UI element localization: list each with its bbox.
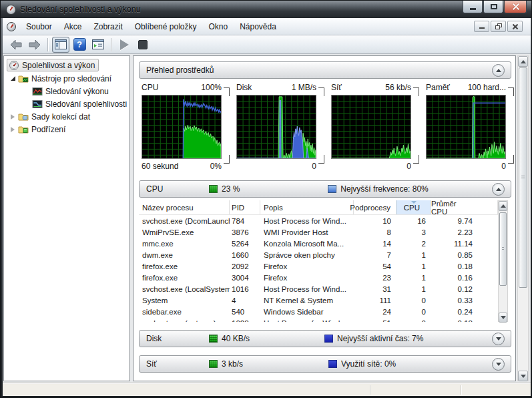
mdi-minimize-button[interactable] — [474, 21, 489, 32]
back-button[interactable] — [7, 37, 25, 53]
chevron-down-icon — [496, 337, 501, 341]
graph-min-label: 0 — [501, 162, 506, 171]
panel-scrollbar-thumb[interactable] — [519, 67, 527, 288]
scale-bracket — [224, 87, 230, 96]
help-button[interactable] — [71, 37, 88, 53]
tree-item-data-collector-sets[interactable]: Sady kolekcí dat — [11, 110, 90, 123]
table-row[interactable]: sidebar.exe540Windows Sidebar2400.24 — [139, 306, 498, 317]
table-scroll-down-button[interactable] — [499, 313, 507, 323]
mdi-child-icon[interactable] — [7, 22, 16, 31]
scroll-up-icon — [521, 60, 526, 63]
tree-item-reports[interactable]: Podřízení — [11, 123, 65, 136]
menu-view[interactable]: Zobrazit — [87, 20, 128, 33]
table-cell: svchost.exe (DcomLaunch) — [139, 217, 230, 225]
table-cell: 3876 — [230, 228, 260, 236]
table-cell: 1028 — [230, 319, 260, 323]
stop-button[interactable] — [134, 37, 152, 53]
blue-graph-swatch-icon — [324, 335, 333, 343]
scale-bracket — [318, 155, 324, 164]
column-header-pid[interactable]: PID — [230, 200, 260, 214]
show-action-pane-button[interactable] — [89, 37, 107, 53]
tree-item-performance-monitor[interactable]: Sledování výkonu — [32, 85, 109, 97]
network-section-title: Síť — [146, 359, 200, 369]
table-cell: 1016 — [230, 285, 260, 293]
tree-item-reliability-monitor[interactable]: Sledování spolehlivosti — [32, 97, 127, 110]
table-row[interactable]: mmc.exe5264Konzola Microsoft Ma...14211.… — [139, 238, 498, 249]
table-cell: 8 — [354, 228, 396, 236]
table-cell: 784 — [230, 217, 260, 225]
table-row[interactable]: dwm.exe1660Správce oken plochy710.85 — [139, 249, 498, 260]
panel-scroll-up-button[interactable] — [518, 56, 528, 67]
column-header-process-name[interactable]: Název procesu — [139, 200, 230, 214]
table-row[interactable]: WmiPrvSE.exe3876WMI Provider Host832.23 — [139, 226, 498, 238]
close-button[interactable] — [504, 1, 527, 13]
collapsed-arrow-icon[interactable] — [11, 127, 15, 132]
menu-favorites[interactable]: Oblíbené položky — [129, 20, 203, 33]
table-row[interactable]: System4NT Kernel & System11100.33 — [139, 294, 498, 306]
table-scrollbar-thumb[interactable] — [499, 212, 507, 286]
column-header-average-cpu[interactable]: Průměr CPU — [431, 200, 498, 214]
tree-item-monitoring-tools[interactable]: Nástroje pro sledování — [11, 72, 111, 85]
table-cell: 2 — [396, 240, 431, 248]
menu-action[interactable]: Akce — [58, 20, 88, 33]
table-scrollbar[interactable] — [498, 200, 508, 322]
menu-file[interactable]: Soubor — [20, 20, 58, 33]
show-console-tree-button[interactable] — [52, 37, 69, 53]
mdi-close-button[interactable] — [507, 21, 523, 32]
collapse-resource-overview-button[interactable] — [492, 64, 505, 77]
disk-section-header[interactable]: Disk 40 KB/s Nejvyšší aktivní čas: 7% — [139, 330, 511, 347]
mdi-restore-button[interactable] — [491, 21, 506, 32]
forward-button[interactable] — [26, 37, 43, 53]
play-button[interactable] — [115, 37, 133, 53]
table-cell: 540 — [230, 308, 260, 316]
expanded-arrow-icon[interactable] — [11, 76, 15, 81]
menu-window[interactable]: Okno — [202, 20, 234, 33]
scroll-down-icon — [521, 375, 526, 378]
green-graph-swatch-icon — [209, 185, 218, 193]
table-row[interactable]: firefox.exe3004Firefox2310.16 — [139, 272, 498, 283]
table-cell: 4 — [230, 296, 260, 305]
panel-scroll-down-button[interactable] — [518, 371, 528, 381]
details-panel-scrollbar[interactable] — [517, 55, 529, 381]
toolbar-separator — [47, 38, 48, 51]
table-cell: Host Process for Wind... — [260, 285, 354, 293]
table-cell: 0 — [396, 296, 431, 305]
table-row[interactable]: svchost.exe (LocalSystem...1016Host Proc… — [139, 283, 498, 294]
process-table: Název procesu PID Popis Podprocesy CPU P… — [139, 200, 498, 322]
cpu-usage-legend: 23 % — [209, 184, 240, 194]
table-cell: dwm.exe — [139, 251, 230, 259]
table-cell: 0.18 — [431, 262, 498, 270]
scroll-up-icon — [501, 204, 506, 208]
expand-network-section-button[interactable] — [492, 358, 505, 371]
disk-rate-value: 40 KB/s — [222, 334, 250, 343]
status-bar-divider — [370, 385, 370, 395]
play-icon — [120, 39, 129, 50]
title-bar[interactable]: Sledování spolehlivosti a výkonu — [1, 1, 532, 18]
memory-faults-graph — [426, 95, 506, 159]
network-section-header[interactable]: Síť 3 kb/s Využití sítě: 0% — [139, 355, 511, 373]
collapsed-arrow-icon[interactable] — [11, 114, 15, 120]
table-scroll-up-button[interactable] — [499, 201, 507, 211]
table-cell: svchost.exe (LocalSystem... — [139, 285, 230, 293]
workspace: Spolehlivost a výkon Nástroje pro sledov… — [3, 54, 531, 383]
menu-help[interactable]: Nápověda — [234, 20, 282, 33]
chevron-down-icon — [496, 363, 501, 366]
table-row[interactable]: firefox.exe2092Firefox5410.18 — [139, 260, 498, 272]
table-row[interactable]: svchost.exe (netsvcs)1028Host Process fo… — [139, 317, 498, 322]
tree-item-reliability-and-performance[interactable]: Spolehlivost a výkon — [7, 59, 99, 71]
disk-section-title: Disk — [146, 334, 200, 343]
expand-disk-section-button[interactable] — [492, 333, 505, 345]
graph-min-label: 0 — [407, 162, 411, 171]
minimize-button[interactable] — [463, 1, 483, 13]
cpu-section-header[interactable]: CPU 23 % Nejvyšší frekvence: 80% — [139, 180, 511, 198]
blue-graph-swatch-icon — [328, 360, 337, 368]
table-cell: 24 — [354, 308, 396, 316]
column-header-description[interactable]: Popis — [260, 200, 354, 214]
collapse-cpu-section-button[interactable] — [492, 183, 505, 196]
resource-overview-header[interactable]: Přehled prostředků — [139, 61, 511, 79]
column-header-threads[interactable]: Podprocesy — [354, 200, 396, 214]
table-row[interactable]: svchost.exe (DcomLaunch)784Host Process … — [139, 215, 498, 226]
maximize-button[interactable] — [483, 1, 503, 13]
column-header-cpu[interactable]: CPU — [396, 200, 431, 214]
table-cell: 1 — [396, 262, 431, 270]
